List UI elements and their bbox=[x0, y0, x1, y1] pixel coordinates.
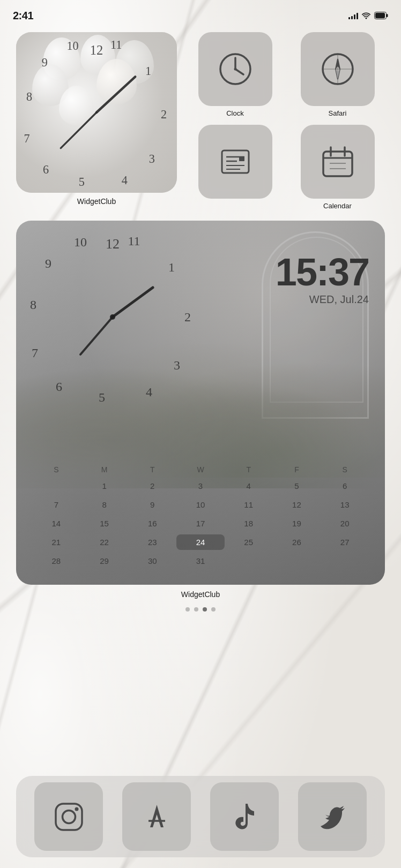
svg-text:8: 8 bbox=[26, 90, 32, 103]
calendar-app-label: Calendar bbox=[323, 202, 352, 210]
cal-cell: 5 bbox=[273, 478, 321, 494]
cal-cell: 4 bbox=[225, 478, 273, 494]
app-icon-clock[interactable]: Clock bbox=[188, 32, 283, 117]
app-icons-grid: Clock Safari bbox=[188, 32, 385, 210]
cal-cell: 28 bbox=[32, 553, 80, 569]
cal-cell: 10 bbox=[176, 497, 225, 512]
news-app-bg bbox=[198, 125, 272, 199]
appstore-icon bbox=[139, 799, 174, 834]
cal-header-s1: S bbox=[32, 465, 80, 474]
cal-cell bbox=[32, 478, 80, 494]
calendar-app-bg bbox=[301, 125, 375, 199]
cal-cell: 8 bbox=[80, 497, 129, 512]
svg-text:7: 7 bbox=[32, 346, 38, 360]
status-bar: 2:41 bbox=[0, 0, 401, 27]
app-icon-safari[interactable]: Safari bbox=[290, 32, 385, 117]
dock-icon-instagram[interactable] bbox=[34, 782, 103, 851]
safari-app-bg bbox=[301, 32, 375, 106]
svg-text:2: 2 bbox=[184, 310, 191, 324]
svg-line-51 bbox=[113, 288, 153, 317]
cal-cell: 3 bbox=[176, 478, 225, 494]
wifi-icon bbox=[361, 12, 371, 19]
dock-icon-twitter[interactable] bbox=[298, 782, 367, 851]
cal-cell: 22 bbox=[80, 534, 129, 550]
svg-point-55 bbox=[62, 810, 75, 823]
svg-text:1: 1 bbox=[168, 260, 175, 274]
large-clock-svg: 12 1 2 3 4 5 6 7 8 9 10 11 bbox=[21, 226, 204, 408]
cal-header-m: M bbox=[80, 465, 129, 474]
svg-text:2: 2 bbox=[161, 108, 167, 121]
cal-cell: 15 bbox=[80, 516, 129, 531]
dock-icon-tiktok[interactable] bbox=[210, 782, 279, 851]
svg-text:11: 11 bbox=[128, 234, 140, 248]
page-dots bbox=[16, 607, 385, 612]
cal-cell bbox=[225, 553, 273, 569]
instagram-icon bbox=[51, 799, 86, 834]
svg-text:11: 11 bbox=[110, 38, 122, 51]
main-content: 12 1 2 3 4 5 6 7 8 9 10 11 bbox=[0, 27, 401, 612]
digital-time-display: 15:37 WED, Jul.24 bbox=[276, 253, 369, 306]
svg-rect-2 bbox=[375, 13, 385, 18]
cal-header-s2: S bbox=[321, 465, 369, 474]
svg-text:8: 8 bbox=[30, 298, 36, 312]
app-icon-news[interactable] bbox=[188, 125, 283, 210]
svg-text:6: 6 bbox=[56, 380, 62, 394]
calendar-grid: 1 2 3 4 5 6 7 8 9 10 11 12 13 14 15 bbox=[32, 478, 369, 569]
svg-text:10: 10 bbox=[66, 39, 78, 52]
svg-text:9: 9 bbox=[45, 256, 51, 270]
news-icon bbox=[217, 143, 254, 180]
calendar-icon bbox=[319, 143, 357, 180]
svg-text:7: 7 bbox=[24, 132, 29, 145]
cal-cell: 23 bbox=[128, 534, 176, 550]
cal-header-t1: T bbox=[128, 465, 176, 474]
cal-cell: 2 bbox=[128, 478, 176, 494]
dock-icon-appstore[interactable] bbox=[122, 782, 191, 851]
cal-cell-today: 24 bbox=[176, 534, 225, 550]
dock bbox=[16, 776, 385, 857]
svg-text:12: 12 bbox=[90, 43, 103, 57]
cal-cell: 16 bbox=[128, 516, 176, 531]
large-widget-label: WidgetClub bbox=[16, 590, 385, 599]
svg-rect-32 bbox=[239, 157, 244, 161]
cal-cell: 13 bbox=[321, 497, 369, 512]
widget-club-small-label: WidgetClub bbox=[16, 197, 177, 206]
widget-clock-container: 12 1 2 3 4 5 6 7 8 9 10 11 bbox=[16, 32, 177, 193]
clock-app-label: Clock bbox=[226, 109, 244, 117]
cal-cell: 7 bbox=[32, 497, 80, 512]
cal-cell: 1 bbox=[80, 478, 129, 494]
cal-cell: 26 bbox=[273, 534, 321, 550]
cal-header-f: F bbox=[273, 465, 321, 474]
cal-cell: 12 bbox=[273, 497, 321, 512]
clock-app-bg bbox=[198, 32, 272, 106]
cal-header-w: W bbox=[176, 465, 225, 474]
cal-cell: 30 bbox=[128, 553, 176, 569]
cal-cell: 14 bbox=[32, 516, 80, 531]
cal-cell bbox=[273, 553, 321, 569]
svg-text:6: 6 bbox=[43, 163, 49, 176]
cal-cell: 17 bbox=[176, 516, 225, 531]
svg-point-20 bbox=[234, 68, 236, 71]
tiktok-icon bbox=[227, 799, 262, 834]
svg-line-52 bbox=[80, 317, 113, 354]
svg-text:5: 5 bbox=[99, 390, 105, 404]
calendar-section: S M T W T F S 1 2 3 4 5 6 bbox=[32, 465, 369, 569]
large-widget-container: 12 1 2 3 4 5 6 7 8 9 10 11 15:37 bbox=[16, 221, 385, 585]
app-icon-calendar[interactable]: Calendar bbox=[290, 125, 385, 210]
cal-cell bbox=[321, 553, 369, 569]
page-dot-1 bbox=[185, 607, 190, 612]
svg-text:4: 4 bbox=[122, 173, 128, 187]
svg-line-16 bbox=[61, 112, 96, 148]
svg-text:9: 9 bbox=[42, 56, 48, 69]
widget-club-small[interactable]: 12 1 2 3 4 5 6 7 8 9 10 11 bbox=[16, 32, 177, 206]
status-icons bbox=[348, 12, 388, 19]
cal-cell: 19 bbox=[273, 516, 321, 531]
widget-clock-svg: 12 1 2 3 4 5 6 7 8 9 10 11 bbox=[16, 32, 177, 193]
cal-cell: 20 bbox=[321, 516, 369, 531]
clock-icon bbox=[217, 50, 254, 88]
svg-text:4: 4 bbox=[146, 385, 152, 399]
svg-text:1: 1 bbox=[145, 64, 151, 78]
widget-club-large[interactable]: 12 1 2 3 4 5 6 7 8 9 10 11 15:37 bbox=[16, 221, 385, 599]
svg-text:3: 3 bbox=[174, 358, 180, 372]
cal-cell: 21 bbox=[32, 534, 80, 550]
svg-line-19 bbox=[235, 69, 243, 74]
